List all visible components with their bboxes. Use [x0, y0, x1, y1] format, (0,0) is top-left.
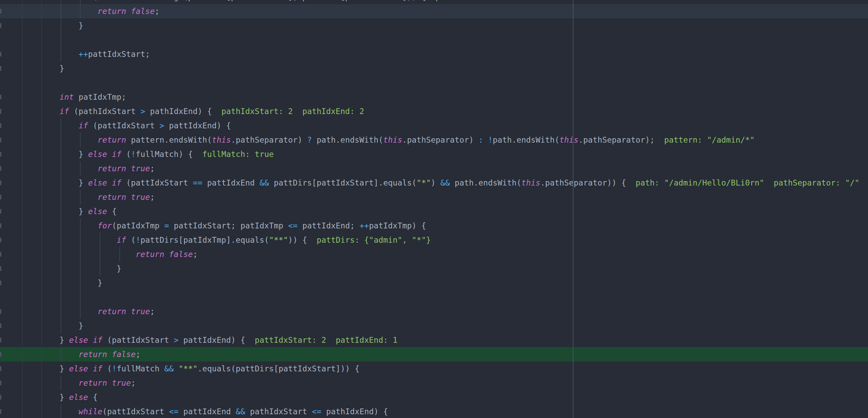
code-token-op: &&	[164, 364, 174, 373]
code-token-txt	[60, 135, 98, 144]
code-line[interactable]: return false;	[0, 247, 868, 261]
code-line[interactable]: } else {	[0, 204, 868, 219]
code-token-txt: ;	[150, 164, 155, 173]
code-line[interactable]: } else if (pattIdxStart == pattIdxEnd &&…	[0, 176, 868, 190]
code-token-kw: if	[93, 364, 102, 373]
code-token-op: <=	[312, 407, 321, 416]
code-token-op: =	[164, 221, 169, 230]
indent-guide	[80, 133, 81, 147]
code-token-txt: }	[60, 64, 64, 73]
code-line[interactable]	[0, 76, 868, 90]
line-number-fragment	[0, 123, 1, 128]
code-line[interactable]: if (!this.matchStrings(pattDirs[pattIdxS…	[0, 0, 868, 4]
code-line[interactable]: while(pattIdxStart <= pattIdxEnd && path…	[0, 404, 868, 418]
code-token-kw: for	[98, 221, 112, 230]
code-token-kw: if	[117, 236, 126, 244]
code-token-txt	[107, 350, 112, 359]
code-token-txt	[88, 364, 93, 373]
line-number-fragment	[0, 238, 1, 242]
code-token-dbg: path: "/admin/Hello/BLi0rn" pathSeparato…	[626, 178, 859, 187]
code-token-txt: (	[126, 236, 136, 244]
code-token-kw: this	[521, 178, 540, 187]
code-token-txt	[483, 135, 488, 144]
code-token-txt: pattIdxStart; patIdxTmp	[169, 221, 288, 230]
code-line[interactable]: } else if (!fullMatch && "**".equals(pat…	[0, 361, 868, 376]
code-token-op: &&	[236, 407, 245, 416]
code-editor: if (!this.matchStrings(pattDirs[pattIdxS…	[0, 0, 868, 418]
code-token-op: ==	[193, 178, 202, 187]
code-line[interactable]: for(patIdxTmp = pattIdxStart; patIdxTmp …	[0, 219, 868, 233]
line-number-fragment	[0, 280, 1, 285]
code-line[interactable]: }	[0, 18, 868, 33]
code-line[interactable]: return true;	[0, 190, 868, 204]
indent-guide	[61, 0, 61, 61]
code-line[interactable]: } else if (pattIdxStart > pattIdxEnd) { …	[0, 333, 868, 347]
code-line[interactable]: ++pattIdxStart;	[0, 47, 868, 61]
code-token-kw: this	[383, 135, 402, 144]
code-line[interactable]	[0, 33, 868, 47]
code-token-op: <=	[169, 407, 179, 416]
code-token-kw: return	[98, 193, 126, 202]
code-line[interactable]: return true;	[0, 161, 868, 176]
code-token-kw: while	[79, 407, 102, 416]
code-line[interactable]: return pattern.endsWith(this.pathSeparat…	[0, 133, 868, 147]
code-line[interactable]: return true;	[0, 304, 868, 319]
code-token-txt	[60, 407, 79, 416]
line-number-fragment	[0, 252, 1, 257]
line-number-fragment	[0, 266, 1, 271]
code-line[interactable]: if (!pattDirs[patIdxTmp].equals("**")) {…	[0, 233, 868, 247]
code-token-txt: }	[60, 178, 88, 187]
code-line[interactable]: }	[0, 319, 868, 333]
line-number-fragment	[0, 152, 1, 157]
indent-guide	[61, 404, 61, 418]
code-token-kw: if	[79, 121, 88, 130]
code-token-txt	[60, 350, 79, 359]
code-token-txt	[60, 250, 136, 259]
code-token-txt	[60, 121, 79, 130]
code-lines[interactable]: if (!this.matchStrings(pattDirs[pattIdxS…	[0, 0, 868, 418]
code-token-txt: fullMatch) {	[136, 150, 193, 159]
code-line[interactable]: }	[0, 276, 868, 290]
indent-guide	[61, 376, 61, 390]
code-token-txt: ;	[155, 7, 160, 16]
code-token-kw: true	[131, 164, 150, 173]
code-line[interactable]: } else {	[0, 390, 868, 404]
code-token-kw: if	[93, 336, 102, 344]
code-token-txt: (	[102, 364, 112, 373]
code-token-txt: }	[60, 264, 121, 273]
line-number-fragment	[0, 338, 1, 342]
code-token-kw: return	[79, 350, 107, 359]
code-line[interactable]: if (pathIdxStart > pathIdxEnd) { pathIdx…	[0, 104, 868, 118]
code-line[interactable]: if (pattIdxStart > pattIdxEnd) {	[0, 118, 868, 133]
code-token-kw: true	[131, 307, 150, 316]
code-line[interactable]: }	[0, 61, 868, 76]
line-number-fragment	[0, 166, 1, 171]
code-token-txt: pathIdxEnd) {	[321, 407, 388, 416]
code-token-txt: )	[431, 178, 440, 187]
code-line[interactable]: return true;	[0, 376, 868, 390]
indent-guide	[119, 247, 120, 261]
code-token-txt	[164, 250, 169, 259]
line-number-fragment	[0, 138, 1, 142]
code-token-txt	[60, 221, 98, 230]
current-execution-line[interactable]: return false;	[0, 347, 868, 361]
caret-line[interactable]: return false;	[0, 4, 868, 18]
code-token-kw: this	[212, 135, 231, 144]
code-line[interactable]: } else if (!fullMatch) { fullMatch: true	[0, 147, 868, 161]
code-token-kw: false	[169, 250, 193, 259]
code-token-kw: return	[98, 164, 126, 173]
code-token-op: !	[488, 135, 493, 144]
code-token-op: ?	[307, 135, 312, 144]
code-token-txt: pattDirs[patIdxTmp].equals(	[140, 236, 269, 244]
code-line[interactable]	[0, 290, 868, 304]
code-token-op: >	[160, 121, 164, 130]
code-line[interactable]: int patIdxTmp;	[0, 90, 868, 104]
code-token-str: "**"	[269, 236, 288, 244]
code-token-txt	[107, 150, 112, 159]
code-line[interactable]: }	[0, 261, 868, 276]
code-token-txt: pattIdxEnd;	[298, 221, 360, 230]
code-token-kw: else	[88, 178, 107, 187]
code-token-txt: {	[107, 207, 117, 216]
code-token-kw: else	[88, 150, 107, 159]
code-token-txt	[60, 164, 98, 173]
